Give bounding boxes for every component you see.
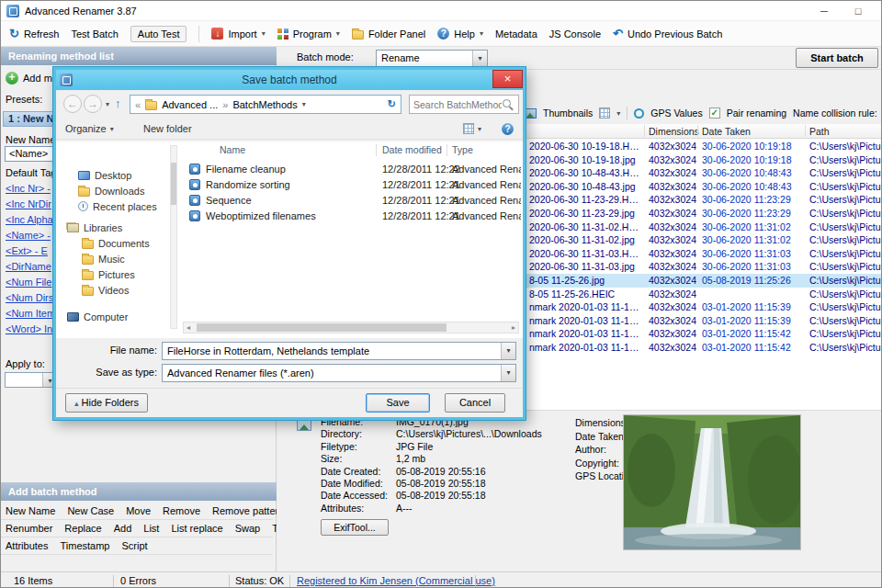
minimize-button[interactable]: ─ [810, 1, 838, 21]
hide-folders-button[interactable]: ▴Hide Folders [65, 393, 148, 413]
dialog-file-row[interactable]: Filename cleanup12/28/2011 12:22Advanced… [56, 162, 523, 177]
cancel-button[interactable]: Cancel [445, 393, 505, 413]
test-batch-button[interactable]: Test Batch [71, 28, 118, 40]
file-name-cell: 2020-06-30 11-31-03.jpg [529, 260, 643, 274]
add-method-script[interactable]: Script [121, 540, 147, 551]
js-console-button[interactable]: JS Console [549, 28, 601, 40]
save-button[interactable]: Save [366, 393, 430, 413]
tree-item-music[interactable]: Music [56, 251, 168, 266]
add-method-renumber[interactable]: Renumber [6, 523, 52, 534]
search-input[interactable] [413, 96, 502, 112]
refresh-button[interactable]: ↻ Refresh [9, 28, 59, 40]
forward-button[interactable]: → [84, 95, 102, 113]
gps-values-button[interactable]: GPS Values [650, 107, 702, 119]
tree-item-documents[interactable]: Documents [56, 235, 168, 251]
add-method-move[interactable]: Move [126, 505, 151, 516]
add-method-new-name[interactable]: New Name [6, 505, 55, 516]
separator [289, 575, 290, 587]
info-label: Date Accessed: [321, 490, 396, 502]
gps-icon [634, 108, 644, 119]
add-batch-method-header: Add batch method [1, 482, 277, 501]
horizontal-scrollbar[interactable]: ◂ ▸ [183, 322, 519, 334]
add-method-timestamp[interactable]: Timestamp [60, 540, 109, 551]
refresh-icon[interactable]: ↻ [388, 98, 396, 110]
file-name-combo[interactable]: ▾ [162, 342, 516, 360]
add-method-list[interactable]: List [143, 523, 159, 534]
add-method-new-case[interactable]: New Case [67, 505, 114, 516]
column-type[interactable]: Type [452, 144, 473, 155]
column-name[interactable]: Name [220, 144, 245, 155]
add-method-remove-pattern[interactable]: Remove pattern [212, 505, 284, 516]
help-icon: ? [437, 28, 449, 40]
dialog-navigation-bar: ← → ▾ ↑ « Advanced ... » BatchMethods ▾ … [56, 92, 523, 118]
back-button[interactable]: ← [63, 95, 82, 113]
new-folder-button[interactable]: New folder [143, 123, 192, 134]
file-name-cell: nmark 2020-01-03 11-15-39.jpg [529, 314, 643, 328]
add-method-swap[interactable]: Swap [235, 523, 261, 534]
tree-item-computer[interactable]: Computer [56, 309, 168, 324]
dialog-close-button[interactable]: × [492, 70, 523, 88]
add-method-list-replace[interactable]: List replace [171, 523, 222, 534]
dialog-column-header[interactable]: Name Date modified Type [181, 143, 523, 158]
thumbnails-toggle[interactable]: Thumbnails [543, 107, 593, 119]
scroll-left-icon[interactable]: ◂ [187, 323, 190, 333]
dialog-file-row[interactable]: Randomize sorting12/28/2011 12:21Advance… [56, 177, 523, 193]
exiftool-button[interactable]: ExifTool... [321, 519, 389, 536]
dialog-title-bar[interactable]: Save batch method [56, 70, 523, 90]
save-as-type-select[interactable]: Advanced Renamer files (*.aren) ▾ [162, 364, 516, 382]
date-taken-cell: 30-06-2020 11:23:29 [702, 207, 805, 220]
tree-item-label: Music [98, 254, 125, 265]
folder-panel-button[interactable]: Folder Panel [352, 28, 425, 40]
view-selector[interactable]: ▾ [463, 123, 481, 134]
add-method-remove[interactable]: Remove [163, 505, 200, 516]
path-cell: C:\Users\kj\Pictures [809, 327, 882, 341]
scrollbar-thumb[interactable] [197, 323, 447, 332]
file-name-cell: 8-05 11-25-26.HEIC [529, 288, 643, 301]
tree-item-pictures[interactable]: Pictures [56, 266, 168, 282]
folder-icon [352, 30, 364, 40]
metadata-button[interactable]: Metadata [495, 28, 537, 40]
dialog-file-name: Weboptimized filenames [206, 209, 377, 224]
add-method-add[interactable]: Add [114, 523, 132, 534]
apply-to-select[interactable]: ▾ [5, 372, 58, 388]
start-batch-button[interactable]: Start batch [796, 48, 878, 68]
import-button[interactable]: ↓ Import ▾ [211, 28, 265, 40]
file-name-cell: 2020-06-30 10-19-18.HEIC [529, 140, 643, 153]
file-name-cell: 2020-06-30 11-31-02.jpg [529, 233, 643, 247]
add-method-replace[interactable]: Replace [64, 523, 101, 534]
dialog-file-row[interactable]: Weboptimized filenames12/28/2011 12:21Ad… [56, 209, 523, 224]
maximize-button[interactable]: □ [844, 1, 872, 21]
organize-menu[interactable]: Organize ▾ [65, 123, 114, 134]
help-button[interactable]: ? Help ▾ [437, 28, 483, 40]
dimensions-cell: 4032x3024 [649, 314, 699, 328]
pair-renaming-checkbox[interactable]: ✓ [709, 107, 720, 119]
chevron-down-icon: ▾ [110, 125, 114, 133]
column-date-taken[interactable]: Date Taken [702, 125, 751, 138]
undo-previous-batch-button[interactable]: ↶ Undo Previous Batch [613, 28, 722, 40]
column-date-modified[interactable]: Date modified [382, 144, 442, 155]
dialog-file-row[interactable]: Sequence12/28/2011 12:21Advanced Renamer [56, 193, 523, 209]
history-dropdown-icon[interactable]: ▾ [106, 100, 109, 108]
grid-view-icon[interactable] [599, 107, 610, 119]
breadcrumb-folder[interactable]: BatchMethods [232, 99, 297, 110]
column-dimensions[interactable]: Dimensions [649, 125, 699, 138]
column-path[interactable]: Path [809, 125, 830, 138]
up-button[interactable]: ↑ [115, 96, 121, 110]
tree-item-videos[interactable]: Videos [56, 282, 168, 298]
breadcrumb[interactable]: « Advanced ... » BatchMethods ▾ ↻ [130, 95, 401, 114]
breadcrumb-root[interactable]: Advanced ... [162, 99, 218, 110]
dialog-help-button[interactable]: ? [502, 123, 514, 135]
chevron-down-icon: ▾ [472, 51, 487, 66]
file-name-input[interactable] [163, 343, 499, 359]
registered-link[interactable]: Registered to Kim Jensen (Commercial use… [297, 575, 495, 587]
program-button[interactable]: Program ▾ [277, 28, 340, 40]
add-method-attributes[interactable]: Attributes [6, 540, 48, 551]
tree-item-label: Videos [98, 285, 129, 296]
file-name-cell: 2020-06-30 10-48-43.jpg [529, 180, 643, 194]
search-box[interactable] [409, 95, 519, 114]
auto-test-toggle[interactable]: Auto Test [130, 26, 187, 42]
save-as-type-value: Advanced Renamer files (*.aren) [167, 365, 499, 381]
scroll-right-icon[interactable]: ▸ [512, 323, 515, 333]
batch-mode-select[interactable]: Rename ▾ [376, 50, 488, 67]
column-separator [805, 125, 806, 137]
